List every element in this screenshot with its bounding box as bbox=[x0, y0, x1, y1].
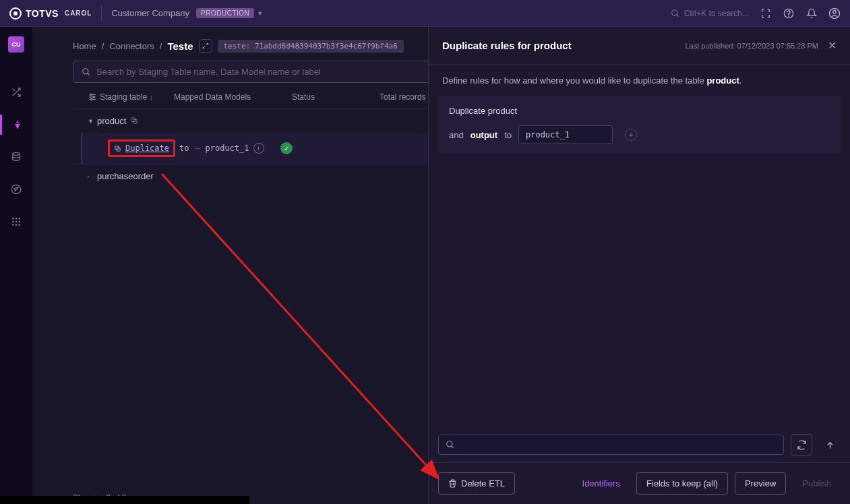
bell-icon[interactable] bbox=[806, 7, 818, 20]
rail-explore-icon[interactable] bbox=[0, 179, 32, 199]
crumb-connectors[interactable]: Connectors bbox=[109, 41, 154, 51]
status-ok-icon: ✓ bbox=[280, 142, 293, 154]
copy-icon[interactable] bbox=[130, 117, 138, 126]
rule-title: Duplicate product bbox=[449, 106, 830, 116]
col-staging[interactable]: Staging table bbox=[100, 92, 147, 102]
rail-shuffle-icon[interactable] bbox=[0, 82, 32, 102]
col-mapped[interactable]: Mapped Data Models bbox=[174, 92, 251, 102]
env-badge: PRODUCTION bbox=[196, 8, 254, 18]
svg-point-16 bbox=[16, 224, 18, 226]
svg-point-0 bbox=[671, 9, 677, 15]
svg-point-25 bbox=[91, 98, 92, 100]
panel-description: Define rules for how and where you would… bbox=[429, 65, 850, 96]
company-name[interactable]: Customer Company bbox=[111, 8, 189, 18]
col-status[interactable]: Status bbox=[292, 92, 315, 102]
crumb-home[interactable]: Home bbox=[73, 41, 96, 51]
duplicate-target: product_1 bbox=[205, 144, 249, 153]
duplicate-link[interactable]: Duplicate bbox=[125, 144, 169, 153]
scroll-top-button[interactable] bbox=[819, 434, 841, 455]
rule-box: Duplicate product and output to + bbox=[438, 96, 841, 154]
arrow-icon: → bbox=[193, 144, 201, 153]
delete-etl-button[interactable]: Delete ETL bbox=[438, 472, 515, 495]
svg-point-15 bbox=[12, 224, 14, 226]
row-name: product bbox=[97, 116, 126, 126]
status-url bbox=[0, 496, 249, 504]
side-panel: Duplicate rules for product Last publish… bbox=[428, 27, 850, 504]
refresh-button[interactable] bbox=[791, 434, 812, 455]
close-icon[interactable]: ✕ bbox=[828, 39, 837, 52]
settings-icon[interactable] bbox=[88, 92, 97, 102]
search-icon bbox=[671, 9, 680, 18]
panel-search[interactable] bbox=[438, 435, 784, 455]
col-total[interactable]: Total records bbox=[380, 92, 426, 102]
rule-row: and output to + bbox=[449, 125, 830, 144]
svg-point-3 bbox=[789, 15, 789, 16]
help-icon[interactable] bbox=[783, 7, 795, 20]
svg-point-10 bbox=[16, 218, 18, 220]
hash-chip[interactable]: teste: 71abdd8d48394037b3f3e4c67f9bf4a6 bbox=[218, 40, 404, 53]
svg-point-14 bbox=[18, 221, 20, 223]
svg-marker-8 bbox=[14, 187, 18, 191]
brand-text: TOTVS bbox=[26, 8, 59, 19]
brand-logo: TOTVS CAROL bbox=[9, 7, 92, 20]
fields-button[interactable]: Fields to keep (all) bbox=[636, 472, 728, 495]
env-dropdown-icon[interactable]: ▼ bbox=[257, 10, 263, 17]
global-search[interactable]: Ctrl+K to search... bbox=[671, 9, 749, 18]
svg-line-1 bbox=[676, 14, 678, 16]
crumb-current: Teste bbox=[167, 40, 193, 52]
add-rule-icon[interactable]: + bbox=[625, 129, 637, 141]
publish-button: Publish bbox=[793, 473, 841, 494]
tenant-badge[interactable]: CU bbox=[8, 36, 24, 53]
svg-point-13 bbox=[16, 221, 18, 223]
svg-point-11 bbox=[18, 218, 20, 220]
info-icon[interactable]: i bbox=[253, 143, 264, 154]
preview-button[interactable]: Preview bbox=[735, 472, 786, 495]
nav-rail: CU bbox=[0, 27, 32, 504]
user-icon[interactable] bbox=[828, 7, 841, 20]
search-icon bbox=[82, 67, 91, 77]
brand-sub: CAROL bbox=[65, 9, 92, 17]
svg-point-18 bbox=[83, 68, 88, 73]
svg-point-5 bbox=[833, 10, 837, 13]
svg-point-6 bbox=[13, 152, 20, 155]
svg-point-17 bbox=[18, 224, 20, 226]
crumb-action-icon[interactable] bbox=[199, 39, 212, 53]
svg-line-31 bbox=[452, 446, 454, 448]
expand-icon[interactable]: ▼ bbox=[88, 118, 97, 125]
sort-icon[interactable]: ↓ bbox=[150, 94, 153, 101]
svg-point-9 bbox=[12, 218, 14, 220]
main-area: Home / Connectors / Teste teste: 71abdd8… bbox=[32, 27, 850, 504]
svg-point-12 bbox=[12, 221, 14, 223]
search-icon bbox=[446, 440, 455, 449]
panel-header: Duplicate rules for product Last publish… bbox=[429, 27, 850, 65]
panel-title: Duplicate rules for product bbox=[442, 40, 572, 51]
panel-published: Last published: 07/12/2023 07:55:23 PM bbox=[685, 42, 818, 50]
divider bbox=[101, 6, 102, 21]
logo-icon bbox=[9, 7, 22, 20]
code-icon[interactable] bbox=[760, 7, 772, 20]
rail-apps-icon[interactable] bbox=[0, 212, 32, 232]
rail-database-icon[interactable] bbox=[0, 147, 32, 167]
trash-icon bbox=[448, 479, 457, 488]
panel-search-row bbox=[429, 427, 850, 462]
panel-actions: Delete ETL Identifiers Fields to keep (a… bbox=[429, 462, 850, 504]
duplicate-highlighted: Duplicate bbox=[108, 139, 175, 157]
duplicate-icon bbox=[114, 145, 121, 152]
row-name: purchaseorder bbox=[97, 171, 154, 181]
svg-point-24 bbox=[93, 96, 94, 98]
identifiers-button[interactable]: Identifiers bbox=[573, 473, 630, 494]
expand-icon[interactable]: ▸ bbox=[88, 174, 97, 179]
output-name-input[interactable] bbox=[518, 125, 613, 144]
rail-connectors-icon[interactable] bbox=[0, 115, 32, 135]
svg-point-30 bbox=[447, 441, 452, 447]
svg-line-19 bbox=[88, 73, 90, 75]
topbar: TOTVS CAROL Customer Company PRODUCTION … bbox=[0, 0, 850, 27]
svg-point-23 bbox=[90, 94, 92, 95]
